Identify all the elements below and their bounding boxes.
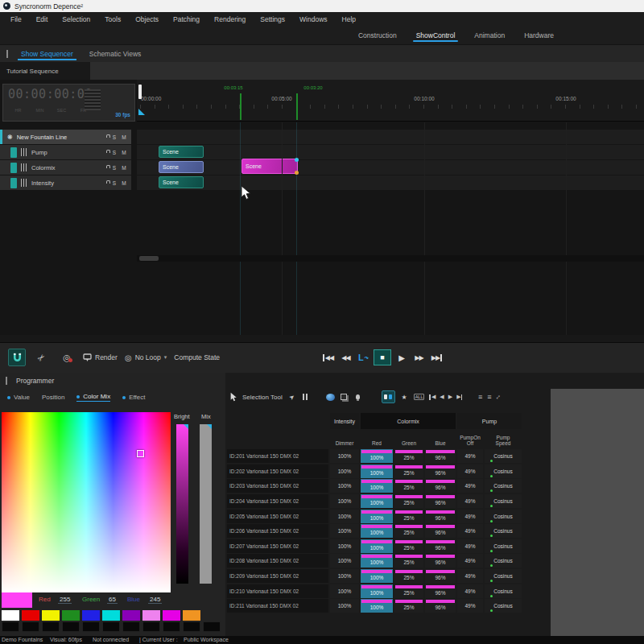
red-cell[interactable]: 100% [361, 599, 393, 613]
fixture-name-cell[interactable]: ID:208 Varionaut 150 DMX 02 [227, 554, 328, 568]
fixture-name-cell[interactable]: ID:207 Varionaut 150 DMX 02 [227, 539, 328, 553]
stop-button[interactable]: ■ [374, 349, 391, 365]
table-row[interactable]: ID:211 Varionaut 150 DMX 02100%100%25%96… [227, 599, 522, 613]
fixture-name-cell[interactable]: ID:203 Varionaut 150 DMX 02 [227, 479, 328, 493]
table-row[interactable]: ID:209 Varionaut 150 DMX 02100%100%25%96… [227, 569, 522, 583]
menu-item-edit[interactable]: Edit [29, 14, 56, 25]
red-cell[interactable]: 100% [361, 539, 393, 553]
lamp-icon[interactable] [356, 394, 360, 399]
menu-item-settings[interactable]: Settings [253, 14, 292, 25]
palette-swatch[interactable] [22, 610, 39, 621]
fixture-name-cell[interactable]: ID:205 Varionaut 150 DMX 02 [227, 510, 328, 523]
pump-speed-cell[interactable]: Cosinus [485, 554, 522, 568]
playhead-handle[interactable] [138, 85, 142, 99]
track-lane[interactable] [137, 160, 644, 175]
menu-item-patching[interactable]: Patching [166, 14, 207, 25]
mute-button[interactable]: M [119, 180, 129, 186]
green-cell[interactable]: 25% [394, 539, 423, 553]
palette-empty-slot[interactable] [142, 621, 160, 632]
red-cell[interactable]: 100% [361, 584, 393, 598]
red-cell[interactable]: 100% [361, 510, 393, 523]
workspace-tab-construction[interactable]: Construction [349, 28, 407, 43]
programmer-tab-value[interactable]: Value [7, 394, 30, 401]
pump-on-cell[interactable]: 49% [457, 464, 483, 478]
workspace-tab-hardware[interactable]: Hardware [514, 28, 564, 43]
pump-speed-cell[interactable]: Cosinus [485, 510, 522, 523]
blue-cell[interactable]: 96% [425, 554, 456, 568]
next-fixture-button[interactable]: ▶ [448, 394, 452, 400]
fixture-name-cell[interactable]: ID:211 Varionaut 150 DMX 02 [227, 599, 328, 613]
red-cell[interactable]: 100% [361, 569, 393, 583]
palette-swatch[interactable] [122, 610, 140, 621]
select-all-button[interactable]: ALL [414, 394, 425, 400]
pump-on-cell[interactable]: 49% [457, 524, 483, 538]
blue-cell[interactable]: 96% [425, 464, 456, 478]
green-cell[interactable]: 25% [394, 510, 423, 523]
programmer-tab-effect[interactable]: Effect [122, 394, 145, 401]
pump-on-cell[interactable]: 49% [457, 584, 483, 598]
skip-start-button[interactable]: ◀◀ [320, 349, 336, 365]
palette-swatch[interactable] [82, 610, 100, 621]
brightness-slider[interactable] [176, 424, 188, 584]
pump-speed-cell[interactable]: Cosinus [485, 569, 522, 583]
palette-swatch[interactable] [183, 610, 200, 621]
blue-cell[interactable]: 96% [425, 479, 456, 493]
programmer-tab-color-mix[interactable]: Color Mix [76, 393, 110, 402]
table-row[interactable]: ID:210 Varionaut 150 DMX 02100%100%25%96… [227, 584, 522, 598]
palette-swatch[interactable] [102, 610, 120, 621]
solo-button[interactable]: S [109, 134, 119, 140]
record-button[interactable]: ◎ [58, 349, 76, 366]
workspace-tab-showcontrol[interactable]: ShowControl [407, 28, 465, 43]
pump-speed-cell[interactable]: Cosinus [485, 524, 522, 538]
fixture-name-cell[interactable]: ID:204 Varionaut 150 DMX 02 [227, 494, 328, 508]
fixture-name-cell[interactable]: ID:202 Varionaut 150 DMX 02 [227, 464, 328, 478]
pump-on-cell[interactable]: 49% [457, 449, 483, 463]
palette-empty-slot[interactable] [203, 621, 221, 632]
dimmer-cell[interactable]: 100% [330, 479, 359, 493]
loop-mode-dropdown[interactable]: ◎ No Loop ▾ [125, 353, 167, 362]
table-row[interactable]: ID:201 Varionaut 150 DMX 02100%100%25%96… [227, 449, 522, 463]
pump-on-cell[interactable]: 49% [457, 554, 483, 568]
palette-empty-slot[interactable] [22, 621, 39, 632]
dimmer-cell[interactable]: 100% [330, 554, 359, 568]
mute-button[interactable]: M [119, 150, 129, 155]
workspace-tab-animation[interactable]: Animation [464, 28, 514, 43]
blue-value-field[interactable]: 245 [148, 596, 162, 604]
clip-scene[interactable]: Scene [159, 161, 204, 173]
mute-button[interactable]: M [119, 165, 129, 171]
palette-empty-slot[interactable] [122, 621, 140, 632]
clip-scene[interactable]: Scene [159, 176, 204, 188]
red-cell[interactable]: 100% [361, 494, 393, 508]
table-row[interactable]: ID:203 Varionaut 150 DMX 02100%100%25%96… [227, 479, 522, 493]
track-lane[interactable] [137, 130, 644, 144]
track-header-pump[interactable]: PumpSM [0, 145, 131, 159]
solo-button[interactable]: S [109, 165, 119, 171]
fixture-name-cell[interactable]: ID:206 Varionaut 150 DMX 02 [227, 524, 328, 538]
red-value-field[interactable]: 255 [58, 596, 72, 604]
snap-magnet-button[interactable] [8, 349, 26, 366]
pump-speed-cell[interactable]: Cosinus [485, 449, 522, 463]
render-button[interactable]: Render [83, 353, 118, 362]
palette-swatch[interactable] [142, 610, 160, 621]
blue-cell[interactable]: 96% [425, 539, 456, 553]
prev-fixture-button[interactable]: ◀ [440, 394, 443, 400]
palette-swatch[interactable] [163, 610, 180, 621]
palette-empty-slot[interactable] [82, 621, 100, 632]
timeline-ruler[interactable]: 00:00:0000:05:0000:10:0000:15:0000:03:15… [137, 80, 644, 122]
mix-slider[interactable] [200, 424, 212, 584]
pump-on-cell[interactable]: 49% [457, 494, 483, 508]
sphere-icon[interactable] [326, 394, 335, 401]
timeline-hscrollbar-handle[interactable] [139, 256, 159, 261]
view-tab-schematic-views[interactable]: Schematic Views [81, 47, 150, 61]
pump-on-cell[interactable]: 49% [457, 510, 483, 523]
dimmer-cell[interactable]: 100% [330, 569, 359, 583]
blue-cell[interactable]: 96% [425, 510, 456, 523]
color-picker-marker[interactable] [137, 450, 144, 457]
clip-scene[interactable]: Scene [242, 159, 298, 174]
compact-view-icon[interactable]: ≡ [487, 394, 491, 401]
menu-item-file[interactable]: File [3, 14, 29, 25]
row-view-icon[interactable]: ≡ [478, 394, 482, 401]
pump-speed-cell[interactable]: Cosinus [485, 464, 522, 478]
compute-state-button[interactable]: Compute State [174, 353, 220, 361]
tab-tutorial-sequence[interactable]: Tutorial Sequence [0, 62, 90, 80]
